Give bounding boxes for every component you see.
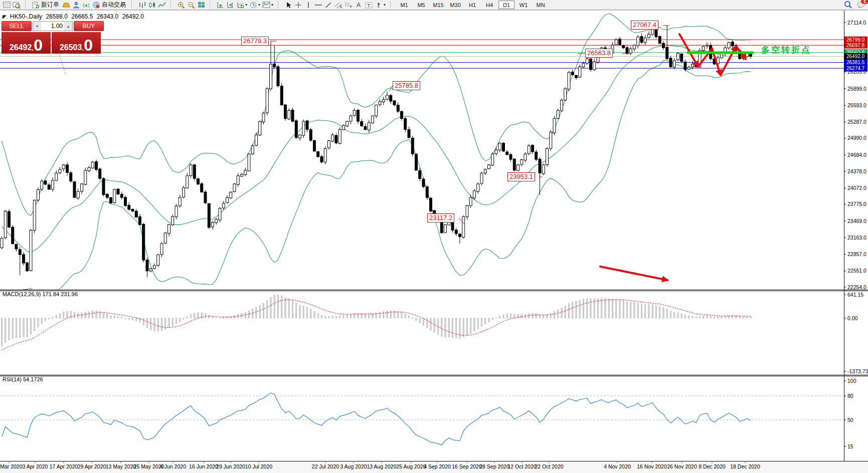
price-axis-label: 22857.0 (847, 251, 866, 257)
mt4-trading-terminal: 新订单 自动交易 (0, 0, 868, 473)
price-annotation-25785[interactable]: 25785.8 (393, 81, 420, 90)
date-axis-label: 26 Nov 2020 (667, 463, 697, 469)
date-axis-label: 13 Aug 2020 (367, 463, 397, 469)
date-axis-label: 4 Jun 2020 (160, 463, 186, 469)
price-axis-label: 24684.0 (847, 152, 866, 158)
date-axis-label: 29 Jun 2020 (216, 463, 245, 469)
period-dropdown-caret[interactable]: ▾ (258, 3, 260, 7)
line-chart-type-icon[interactable] (157, 1, 167, 9)
equidistant-channel-tool-icon[interactable]: E (333, 1, 343, 9)
timeframe-m30[interactable]: M30 (447, 1, 463, 9)
toolbar-group-chart-tools: ▾ ▾ ▾ (214, 0, 276, 10)
timeframe-m15[interactable]: M15 (430, 1, 446, 9)
price-axis-label: 25899.0 (847, 86, 866, 92)
rsi-axis-label: 50 (847, 417, 853, 423)
indicators-add-icon[interactable] (235, 1, 245, 9)
indicators-dropdown-caret[interactable]: ▾ (245, 3, 247, 7)
bar-chart-type-icon[interactable] (137, 1, 147, 9)
arrows-dropdown-caret[interactable]: ▾ (384, 3, 386, 7)
fibonacci-tool-icon[interactable]: F (343, 1, 354, 9)
price-axis-label: 24072.0 (847, 185, 866, 191)
rsi-axis-label: 100 (847, 378, 856, 384)
date-axis-label: 25 Aug 2020 (397, 463, 426, 469)
templates-dropdown-caret[interactable]: ▾ (271, 3, 273, 7)
search-icon[interactable] (843, 1, 853, 9)
buy-price-int: 26503 (60, 43, 82, 52)
arrows-tool-icon[interactable] (374, 1, 384, 9)
chart-shift-icon[interactable] (225, 1, 235, 9)
svg-text:F: F (350, 5, 352, 9)
tile-windows-icon[interactable] (196, 1, 206, 9)
one-click-trading-panel: SELL ▾ ▴ BUY 26492.0 26503.0 (2, 21, 101, 54)
timeframe-h4[interactable]: H4 (481, 1, 497, 9)
text-tool-icon[interactable]: A (354, 1, 364, 9)
price-annotation-23953[interactable]: 23953.1 (507, 172, 535, 181)
date-axis-label: 28 Sep 2020 (479, 463, 509, 469)
volume-increase-button[interactable]: ▴ (64, 22, 72, 31)
ingot-icon[interactable] (61, 1, 71, 9)
notifications-icon[interactable]: 1 (856, 1, 866, 9)
signal-icon[interactable] (81, 1, 91, 9)
timeframe-m1[interactable]: M1 (396, 1, 412, 9)
price-axis-label: 24990.0 (847, 135, 866, 141)
toolbar-separator (390, 1, 393, 9)
sell-button[interactable]: SELL (2, 21, 32, 31)
date-axis-label: 18 Dec 2020 (730, 463, 760, 469)
toolbar-separator (131, 1, 134, 9)
rsi-indicator-label: RSI(14) 54.1726 (2, 376, 44, 382)
timeframe-h1[interactable]: H1 (464, 1, 480, 9)
zoom-out-icon[interactable] (186, 1, 196, 9)
account-icon[interactable] (71, 1, 81, 9)
text-label-tool-icon[interactable]: T (364, 1, 374, 9)
crosshair-icon[interactable] (293, 1, 303, 9)
toolbar: 新订单 自动交易 (0, 0, 868, 10)
price-annotation-26563[interactable]: 26563.8 (585, 49, 613, 58)
date-axis-label: 16 Jun 2020 (189, 463, 218, 469)
chart-ohlc-header: ◤ HK50-,Daily 26588.0 26665.5 26343.0 26… (3, 13, 146, 20)
templates-icon[interactable] (261, 1, 271, 9)
buy-button[interactable]: BUY (74, 21, 104, 31)
timeframe-d1[interactable]: D1 (498, 1, 514, 9)
volume-input[interactable] (41, 22, 64, 31)
price-annotation-27067[interactable]: 27067.4 (631, 21, 658, 30)
sell-price-display[interactable]: 26492.0 (2, 32, 51, 54)
cursor-icon[interactable] (283, 1, 293, 9)
toolbar-group-drawing: E F A T ▾ (282, 0, 388, 10)
sell-price-frac: 0 (34, 38, 43, 52)
open-value: 26588.0 (46, 13, 67, 20)
date-axis-label: 17 Apr 2020 (50, 463, 78, 469)
zoom-in-icon[interactable] (176, 1, 186, 9)
period-clock-icon[interactable] (248, 1, 258, 9)
timeframe-m5[interactable]: M5 (413, 1, 429, 9)
price-axis-label: 27114.0 (847, 20, 866, 26)
timeframe-w1[interactable]: W1 (515, 1, 532, 9)
date-axis-label: 22 Jul 2020 (312, 463, 339, 469)
date-axis-label: 16 Sep 2020 (452, 463, 482, 469)
date-axis-label: 4 Nov 2020 (604, 463, 631, 469)
svg-text:E: E (340, 5, 342, 9)
price-chart[interactable]: 27114.026205.025899.025593.025287.024990… (0, 0, 868, 473)
candlestick-chart-type-icon[interactable] (147, 1, 157, 9)
volume-decrease-button[interactable]: ▾ (33, 22, 41, 31)
buy-price-frac: 0 (84, 38, 93, 52)
toolbar-group-chart-type (135, 0, 168, 10)
buy-price-display[interactable]: 26503.0 (52, 32, 101, 54)
horizontal-line-tool-icon[interactable] (313, 1, 323, 9)
new-order-icon[interactable] (31, 1, 41, 9)
new-order-label[interactable]: 新订单 (41, 1, 59, 9)
trendline-tool-icon[interactable] (323, 1, 333, 9)
turning-point-note[interactable]: 多空转折点 (761, 44, 811, 56)
vertical-line-tool-icon[interactable] (303, 1, 313, 9)
autoscroll-icon[interactable] (215, 1, 225, 9)
autotrading-label[interactable]: 自动交易 (102, 1, 126, 9)
chart-window-icon[interactable] (2, 1, 12, 9)
panel-toggle-arrow[interactable]: ◤ (3, 14, 7, 20)
price-annotation-26779[interactable]: 26779.3 (241, 37, 269, 46)
profiles-icon[interactable] (12, 1, 22, 9)
timeframe-mn[interactable]: MN (533, 1, 549, 9)
macd-axis-label: -1373.73 (847, 368, 868, 374)
autotrading-icon[interactable] (91, 1, 101, 9)
date-axis-label: 8 Dec 2020 (699, 463, 726, 469)
price-axis-label: 23469.0 (847, 218, 866, 224)
price-annotation-23117[interactable]: 23117.2 (427, 213, 454, 222)
